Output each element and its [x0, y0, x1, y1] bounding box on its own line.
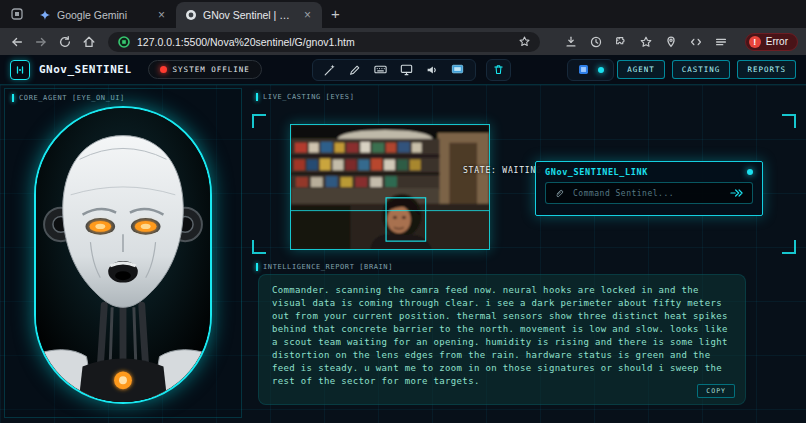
address-bar[interactable]: 127.0.0.1:5500/Nova%20sentinel/G/gnov1.h… — [108, 32, 540, 52]
tab-close-icon[interactable]: × — [301, 8, 314, 22]
extensions-puzzle-icon[interactable] — [612, 33, 630, 51]
monitor-icon[interactable] — [399, 62, 414, 77]
reports-button[interactable]: REPORTS — [737, 60, 796, 79]
core-agent-panel: CORE_AGENT [EYE_ON_UI] — [4, 88, 242, 418]
browser-toolbar: 127.0.0.1:5500/Nova%20sentinel/G/gnov1.h… — [0, 28, 806, 55]
bookmark-star-icon[interactable] — [517, 35, 531, 49]
keyboard-icon[interactable] — [373, 62, 388, 77]
site-favicon-tab — [184, 9, 197, 22]
app-logo — [10, 60, 30, 80]
robot-avatar — [34, 106, 212, 404]
home-icon[interactable] — [80, 33, 98, 51]
error-dot-icon: ! — [749, 36, 761, 48]
devtools-code-icon[interactable] — [687, 33, 705, 51]
command-input-row — [545, 182, 753, 204]
corner-bracket-icon — [782, 240, 796, 254]
agent-button[interactable]: AGENT — [617, 60, 665, 79]
wand-icon[interactable] — [323, 63, 337, 77]
history-icon[interactable] — [587, 33, 605, 51]
screen: Google Gemini × GNov Sentinel | Stable W… — [0, 0, 806, 423]
gemini-sparkle-icon — [38, 9, 51, 22]
live-casting-header: LIVE_CASTING [EYES] — [246, 86, 802, 101]
app-topbar: GNov_SENTINEL SYSTEM OFFLINE — [0, 55, 806, 85]
forward-icon[interactable] — [32, 33, 50, 51]
pen-icon[interactable] — [348, 63, 362, 77]
favorites-icon[interactable] — [637, 33, 655, 51]
cast-toggle-group[interactable] — [567, 59, 614, 81]
offline-dot-icon — [160, 66, 167, 73]
error-label: Error — [766, 36, 788, 47]
reload-icon[interactable] — [56, 33, 74, 51]
report-body-text: Commander. scanning the camra feed now. … — [272, 285, 728, 386]
new-tab-button[interactable]: + — [331, 5, 340, 22]
url-text: 127.0.0.1:5500/Nova%20sentinel/G/gnov1.h… — [137, 36, 510, 48]
corner-bracket-icon — [252, 114, 266, 128]
speaker-icon[interactable] — [425, 63, 439, 77]
reading-list-icon[interactable] — [712, 33, 730, 51]
intelligence-report-panel: INTELLIGENCE_REPORT [BRAIN] Commander. s… — [246, 258, 802, 419]
nav-buttons: AGENT CASTING REPORTS — [617, 60, 796, 79]
system-status-label: SYSTEM OFFLINE — [173, 65, 250, 74]
back-icon[interactable] — [8, 33, 26, 51]
corner-bracket-icon — [782, 114, 796, 128]
tab-gnov-sentinel[interactable]: GNov Sentinel | Stable Wor × — [176, 2, 322, 28]
tab-title: GNov Sentinel | Stable Wor — [203, 9, 295, 21]
copy-button[interactable]: COPY — [697, 384, 735, 398]
downloads-icon[interactable] — [562, 33, 580, 51]
link-status-dot-icon — [747, 169, 753, 175]
corner-bracket-icon — [252, 240, 266, 254]
system-status-pill[interactable]: SYSTEM OFFLINE — [148, 60, 262, 79]
liveserver-favicon — [117, 35, 130, 48]
media-tool-group — [312, 59, 476, 81]
active-dot-icon — [598, 67, 604, 73]
toolbar-right-icons: ! Error — [562, 33, 798, 51]
sentinel-link-title: GNov_SENTINEL_LINK — [545, 167, 648, 177]
header-tick — [256, 93, 258, 101]
screencast-icon[interactable] — [450, 62, 465, 77]
casting-button[interactable]: CASTING — [672, 60, 731, 79]
tab-close-icon[interactable]: × — [155, 8, 168, 22]
tab-grid-icon[interactable] — [8, 5, 26, 23]
webcam-feed — [290, 124, 490, 250]
error-badge[interactable]: ! Error — [745, 33, 798, 51]
sentinel-link-panel: GNov_SENTINEL_LINK — [535, 161, 763, 216]
command-input[interactable] — [573, 189, 721, 198]
tab-title: Google Gemini — [57, 9, 149, 21]
trash-button[interactable] — [486, 59, 511, 81]
send-command-icon[interactable] — [729, 187, 744, 199]
report-text-box: Commander. scanning the camra feed now. … — [258, 274, 746, 405]
app-title: GNov_SENTINEL — [39, 63, 132, 76]
header-tick — [256, 263, 258, 271]
browser-tabstrip: Google Gemini × GNov Sentinel | Stable W… — [0, 0, 806, 28]
attach-paperclip-icon[interactable] — [554, 188, 565, 199]
location-pin-icon[interactable] — [662, 33, 680, 51]
core-agent-header: CORE_AGENT [EYE_ON_UI] — [5, 89, 241, 107]
tab-google-gemini[interactable]: Google Gemini × — [30, 2, 176, 28]
header-tick — [12, 94, 14, 102]
intelligence-report-header: INTELLIGENCE_REPORT [BRAIN] — [246, 258, 802, 271]
